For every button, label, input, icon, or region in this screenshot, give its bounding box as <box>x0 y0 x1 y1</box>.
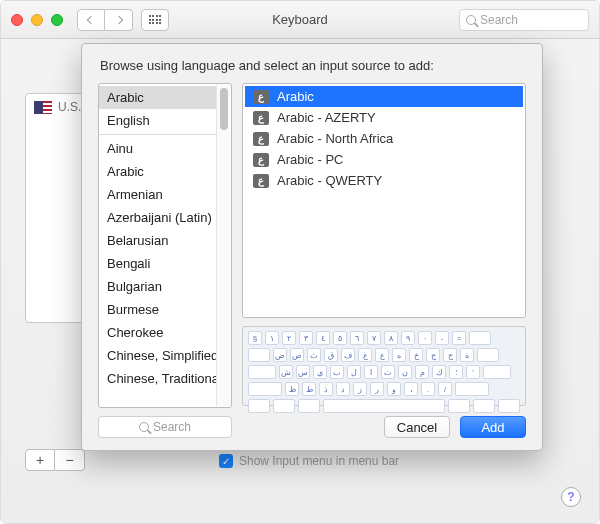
keyboard-key: ز <box>353 382 367 396</box>
keyboard-layout-icon: ع <box>253 174 269 188</box>
keyboard-key: ظ <box>285 382 299 396</box>
window-controls <box>11 14 63 26</box>
keyboard-key: ٤ <box>316 331 330 345</box>
keyboard-key: ن <box>398 365 412 379</box>
keyboard-key: ض <box>273 348 287 362</box>
sources-pane: عArabicعArabic - AZERTYعArabic - North A… <box>242 83 526 438</box>
keyboard-key: ؛ <box>449 365 463 379</box>
keyboard-key: غ <box>358 348 372 362</box>
language-item[interactable]: Arabic <box>99 160 216 183</box>
keyboard-key: ث <box>307 348 321 362</box>
keyboard-key: = <box>452 331 466 345</box>
keyboard-key: ف <box>341 348 355 362</box>
language-scrollbar[interactable] <box>216 85 230 406</box>
search-icon <box>139 422 149 432</box>
keyboard-layout-icon: ع <box>253 132 269 146</box>
input-source-option-label: Arabic - North Africa <box>277 131 393 146</box>
language-item[interactable]: Cherokee <box>99 321 216 344</box>
scrollbar-thumb[interactable] <box>220 88 228 130</box>
keyboard-key: ٨ <box>384 331 398 345</box>
language-item[interactable]: Ainu <box>99 137 216 160</box>
minimize-window-button[interactable] <box>31 14 43 26</box>
keyboard-layout-icon: ع <box>253 153 269 167</box>
chevron-left-icon <box>87 15 95 23</box>
keyboard-key: س <box>296 365 310 379</box>
language-item[interactable]: Bengali <box>99 252 216 275</box>
keyboard-key: ' <box>466 365 480 379</box>
language-item[interactable]: Arabic <box>99 86 216 109</box>
language-item[interactable]: Burmese <box>99 298 216 321</box>
search-placeholder: Search <box>480 13 518 27</box>
language-item[interactable]: Bulgarian <box>99 275 216 298</box>
preferences-window: Keyboard Search U.S. + − ✓ Show Input me… <box>0 0 600 524</box>
keyboard-key: ل <box>347 365 361 379</box>
keyboard-key: ت <box>381 365 395 379</box>
help-button[interactable]: ? <box>561 487 581 507</box>
language-list[interactable]: ArabicEnglishAinuArabicArmenianAzerbaija… <box>98 83 232 408</box>
keyboard-preview: §١٢٣٤٥٦٧٨٩٠-=ضصثقفغعهخحجةشسيبلاتنمك؛'ظطذ… <box>242 326 526 406</box>
cancel-button[interactable]: Cancel <box>384 416 450 438</box>
show-all-button[interactable] <box>141 9 169 31</box>
language-item[interactable]: Chinese, Simplified <box>99 344 216 367</box>
language-search-placeholder: Search <box>153 420 191 434</box>
input-source-option[interactable]: عArabic - AZERTY <box>245 107 523 128</box>
keyboard-key: ه <box>392 348 406 362</box>
keyboard-key: ة <box>460 348 474 362</box>
nav-buttons <box>77 9 133 31</box>
keyboard-key: ٢ <box>282 331 296 345</box>
keyboard-key: § <box>248 331 262 345</box>
zoom-window-button[interactable] <box>51 14 63 26</box>
keyboard-key: ر <box>370 382 384 396</box>
add-input-source-sheet: Browse using language and select an inpu… <box>81 43 543 451</box>
forward-button[interactable] <box>105 9 133 31</box>
keyboard-key: ، <box>404 382 418 396</box>
language-item[interactable]: Armenian <box>99 183 216 206</box>
sheet-title: Browse using language and select an inpu… <box>100 58 526 73</box>
input-source-option[interactable]: عArabic - North Africa <box>245 128 523 149</box>
remove-input-source-button[interactable]: − <box>55 449 85 471</box>
input-source-option-label: Arabic - AZERTY <box>277 110 376 125</box>
keyboard-key: ٥ <box>333 331 347 345</box>
keyboard-key: خ <box>409 348 423 362</box>
language-item[interactable]: English <box>99 109 216 132</box>
keyboard-key: ٠ <box>418 331 432 345</box>
keyboard-key: ج <box>443 348 457 362</box>
keyboard-key: ٦ <box>350 331 364 345</box>
keyboard-key: ٧ <box>367 331 381 345</box>
toolbar-search[interactable]: Search <box>459 9 589 31</box>
input-source-option-label: Arabic - PC <box>277 152 343 167</box>
keyboard-key: ش <box>279 365 293 379</box>
keyboard-key: ط <box>302 382 316 396</box>
keyboard-key: ص <box>290 348 304 362</box>
input-source-option[interactable]: عArabic - PC <box>245 149 523 170</box>
input-source-option-label: Arabic <box>277 89 314 104</box>
search-icon <box>466 15 476 25</box>
flag-us-icon <box>34 101 52 114</box>
keyboard-key: ع <box>375 348 389 362</box>
language-item[interactable]: Chinese, Traditional <box>99 367 216 390</box>
chevron-right-icon <box>114 15 122 23</box>
language-search-input[interactable]: Search <box>98 416 232 438</box>
show-input-menu-checkbox[interactable]: ✓ <box>219 454 233 468</box>
add-remove-controls: + − <box>25 449 85 471</box>
close-window-button[interactable] <box>11 14 23 26</box>
keyboard-key: . <box>421 382 435 396</box>
back-button[interactable] <box>77 9 105 31</box>
language-item[interactable]: Azerbaijani (Latin) <box>99 206 216 229</box>
keyboard-key: و <box>387 382 401 396</box>
keyboard-layout-icon: ع <box>253 90 269 104</box>
input-source-option-label: Arabic - QWERTY <box>277 173 382 188</box>
language-item[interactable]: Belarusian <box>99 229 216 252</box>
add-input-source-button[interactable]: + <box>25 449 55 471</box>
keyboard-key: / <box>438 382 452 396</box>
keyboard-key: ا <box>364 365 378 379</box>
add-button[interactable]: Add <box>460 416 526 438</box>
show-input-menu-label: Show Input menu in menu bar <box>239 454 399 468</box>
input-source-option[interactable]: عArabic - QWERTY <box>245 170 523 191</box>
keyboard-key: ٣ <box>299 331 313 345</box>
input-source-option[interactable]: عArabic <box>245 86 523 107</box>
titlebar: Keyboard Search <box>1 1 599 39</box>
keyboard-key: ي <box>313 365 327 379</box>
input-source-options[interactable]: عArabicعArabic - AZERTYعArabic - North A… <box>242 83 526 318</box>
keyboard-key: ق <box>324 348 338 362</box>
